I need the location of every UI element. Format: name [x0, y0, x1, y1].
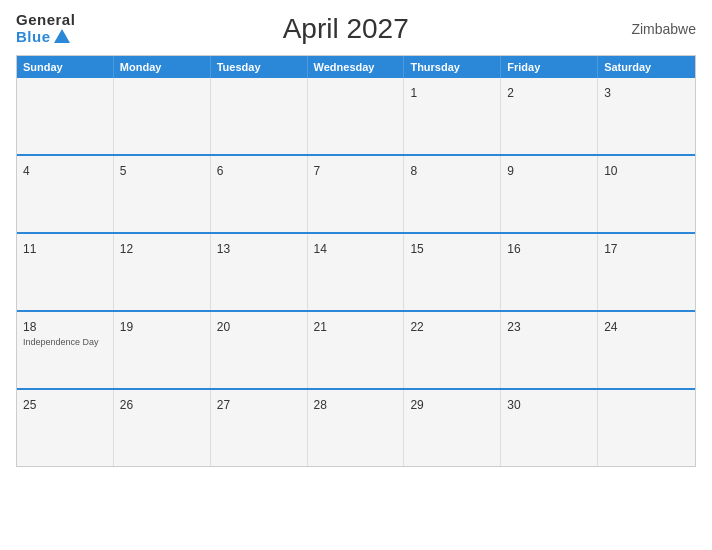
calendar-week-4: 18Independence Day192021222324 [17, 312, 695, 390]
day-number-27: 27 [217, 398, 230, 412]
cal-cell-w4-d7: 24 [598, 312, 695, 388]
day-number-4: 4 [23, 164, 30, 178]
cal-cell-w1-d7: 3 [598, 78, 695, 154]
calendar-title: April 2027 [75, 13, 616, 45]
cal-cell-w4-d4: 21 [308, 312, 405, 388]
cal-cell-w2-d2: 5 [114, 156, 211, 232]
cal-cell-w1-d6: 2 [501, 78, 598, 154]
calendar-week-5: 252627282930 [17, 390, 695, 466]
day-number-1: 1 [410, 86, 417, 100]
cal-cell-w2-d7: 10 [598, 156, 695, 232]
day-number-20: 20 [217, 320, 230, 334]
day-number-30: 30 [507, 398, 520, 412]
day-number-7: 7 [314, 164, 321, 178]
day-number-8: 8 [410, 164, 417, 178]
cal-cell-w4-d2: 19 [114, 312, 211, 388]
calendar-week-3: 11121314151617 [17, 234, 695, 312]
day-number-18: 18 [23, 320, 36, 334]
header-monday: Monday [114, 56, 211, 78]
cal-cell-w5-d5: 29 [404, 390, 501, 466]
cal-cell-w3-d1: 11 [17, 234, 114, 310]
calendar-body: 123456789101112131415161718Independence … [17, 78, 695, 466]
day-number-19: 19 [120, 320, 133, 334]
calendar-header: Sunday Monday Tuesday Wednesday Thursday… [17, 56, 695, 78]
cal-cell-w4-d1: 18Independence Day [17, 312, 114, 388]
cal-cell-w1-d4 [308, 78, 405, 154]
cal-cell-w3-d6: 16 [501, 234, 598, 310]
cal-cell-w3-d4: 14 [308, 234, 405, 310]
day-number-2: 2 [507, 86, 514, 100]
logo-general-text: General [16, 12, 75, 29]
day-number-16: 16 [507, 242, 520, 256]
cal-cell-w5-d2: 26 [114, 390, 211, 466]
day-number-22: 22 [410, 320, 423, 334]
day-number-9: 9 [507, 164, 514, 178]
header-saturday: Saturday [598, 56, 695, 78]
cal-cell-w5-d4: 28 [308, 390, 405, 466]
cal-cell-w2-d4: 7 [308, 156, 405, 232]
calendar-week-2: 45678910 [17, 156, 695, 234]
header: General Blue April 2027 Zimbabwe [16, 12, 696, 45]
cal-cell-w5-d6: 30 [501, 390, 598, 466]
calendar-week-1: 123 [17, 78, 695, 156]
cal-cell-w3-d7: 17 [598, 234, 695, 310]
cal-cell-w4-d3: 20 [211, 312, 308, 388]
day-number-29: 29 [410, 398, 423, 412]
header-tuesday: Tuesday [211, 56, 308, 78]
cal-cell-w2-d6: 9 [501, 156, 598, 232]
logo-blue-text: Blue [16, 29, 70, 46]
day-number-12: 12 [120, 242, 133, 256]
cal-cell-w1-d5: 1 [404, 78, 501, 154]
day-number-3: 3 [604, 86, 611, 100]
day-number-13: 13 [217, 242, 230, 256]
cal-cell-w2-d1: 4 [17, 156, 114, 232]
cal-cell-w5-d3: 27 [211, 390, 308, 466]
cal-cell-w3-d2: 12 [114, 234, 211, 310]
logo: General Blue [16, 12, 75, 45]
page: General Blue April 2027 Zimbabwe Sunday … [0, 0, 712, 550]
day-number-24: 24 [604, 320, 617, 334]
day-number-26: 26 [120, 398, 133, 412]
header-sunday: Sunday [17, 56, 114, 78]
cal-cell-w5-d7 [598, 390, 695, 466]
header-thursday: Thursday [404, 56, 501, 78]
day-number-28: 28 [314, 398, 327, 412]
day-number-17: 17 [604, 242, 617, 256]
cal-cell-w3-d5: 15 [404, 234, 501, 310]
calendar: Sunday Monday Tuesday Wednesday Thursday… [16, 55, 696, 467]
cal-cell-w4-d6: 23 [501, 312, 598, 388]
logo-triangle-icon [54, 29, 70, 43]
day-number-25: 25 [23, 398, 36, 412]
cal-cell-w1-d3 [211, 78, 308, 154]
header-friday: Friday [501, 56, 598, 78]
header-wednesday: Wednesday [308, 56, 405, 78]
cal-cell-w4-d5: 22 [404, 312, 501, 388]
holiday-label-18: Independence Day [23, 337, 107, 348]
day-number-14: 14 [314, 242, 327, 256]
day-number-10: 10 [604, 164, 617, 178]
cal-cell-w2-d5: 8 [404, 156, 501, 232]
day-number-5: 5 [120, 164, 127, 178]
day-number-11: 11 [23, 242, 36, 256]
day-number-6: 6 [217, 164, 224, 178]
cal-cell-w2-d3: 6 [211, 156, 308, 232]
cal-cell-w1-d2 [114, 78, 211, 154]
country-label: Zimbabwe [616, 21, 696, 37]
day-number-21: 21 [314, 320, 327, 334]
day-number-15: 15 [410, 242, 423, 256]
cal-cell-w1-d1 [17, 78, 114, 154]
day-number-23: 23 [507, 320, 520, 334]
cal-cell-w5-d1: 25 [17, 390, 114, 466]
cal-cell-w3-d3: 13 [211, 234, 308, 310]
